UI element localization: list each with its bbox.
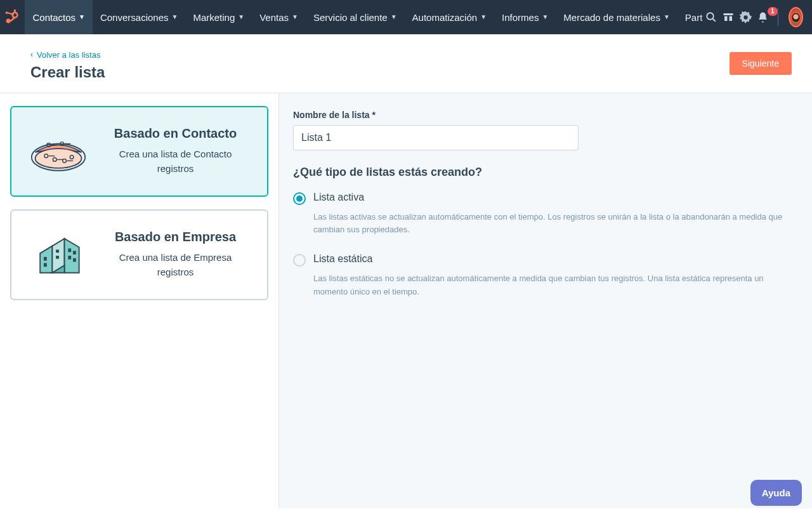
top-nav: Contactos▼ Conversaciones▼ Marketing▼ Ve… — [0, 0, 812, 34]
radio-desc: Las listas estáticas no se actualizan au… — [313, 272, 798, 299]
svg-rect-7 — [14, 10, 15, 13]
svg-point-17 — [36, 149, 82, 168]
nav-item-mercado[interactable]: Mercado de materiales▼ — [556, 0, 677, 34]
nav-label: Informes — [502, 12, 539, 23]
list-name-label: Nombre de la lista * — [293, 110, 798, 120]
svg-rect-3 — [10, 17, 15, 22]
help-button[interactable]: Ayuda — [750, 480, 802, 506]
gear-icon[interactable] — [737, 0, 754, 34]
svg-rect-31 — [56, 249, 59, 253]
nav-label: Part — [685, 12, 703, 23]
radio-option-estatica[interactable]: Lista estática Las listas estáticas no s… — [293, 253, 798, 299]
svg-rect-32 — [56, 256, 59, 259]
avatar[interactable] — [789, 7, 803, 27]
chevron-down-icon: ▼ — [292, 14, 298, 20]
nav-item-truncated[interactable]: Part — [678, 0, 703, 34]
chevron-down-icon: ▼ — [79, 14, 85, 20]
nav-item-servicio[interactable]: Servicio al cliente▼ — [306, 0, 405, 34]
chevron-down-icon: ▼ — [391, 14, 397, 20]
nav-item-conversaciones[interactable]: Conversaciones▼ — [93, 0, 185, 34]
chevron-down-icon: ▼ — [542, 14, 548, 20]
left-panel: Basado en Contacto Crea una lista de Con… — [0, 93, 278, 508]
svg-rect-35 — [68, 256, 71, 260]
svg-point-13 — [744, 16, 747, 19]
svg-rect-29 — [44, 257, 47, 261]
radio-title: Lista estática — [313, 253, 372, 265]
radio-desc: Las listas activas se actualizan automát… — [313, 211, 798, 237]
page-title: Crear lista — [30, 63, 105, 81]
chevron-down-icon: ▼ — [238, 14, 244, 20]
back-link-label: Volver a las listas — [37, 50, 100, 60]
hubspot-logo[interactable] — [0, 9, 25, 25]
nav-item-contactos[interactable]: Contactos▼ — [25, 0, 92, 34]
svg-line-9 — [712, 18, 716, 22]
svg-point-8 — [707, 13, 714, 20]
card-contacto[interactable]: Basado en Contacto Crea una lista de Con… — [10, 106, 268, 197]
list-type-question: ¿Qué tipo de listas estás creando? — [293, 166, 798, 179]
list-name-input[interactable] — [293, 125, 579, 150]
card-desc: Crea una lista de Empresa registros — [100, 251, 251, 279]
nav-label: Contactos — [32, 12, 75, 23]
nav-item-informes[interactable]: Informes▼ — [494, 0, 556, 34]
svg-point-15 — [793, 14, 798, 19]
nav-label: Automatización — [412, 12, 478, 23]
nav-item-automatizacion[interactable]: Automatización▼ — [405, 0, 494, 34]
svg-rect-33 — [68, 248, 71, 252]
svg-rect-36 — [73, 258, 76, 262]
svg-rect-12 — [730, 17, 733, 22]
nav-label: Conversaciones — [100, 12, 169, 23]
bell-icon[interactable]: 1 — [754, 0, 771, 34]
chevron-down-icon: ▼ — [480, 14, 487, 20]
chevron-left-icon: ‹ — [30, 50, 33, 59]
svg-point-0 — [6, 19, 10, 23]
svg-rect-34 — [73, 251, 76, 255]
svg-rect-11 — [724, 17, 728, 22]
radio-input[interactable] — [293, 192, 306, 205]
card-empresa[interactable]: Basado en Empresa Crea una lista de Empr… — [10, 209, 268, 300]
nav-item-marketing[interactable]: Marketing▼ — [185, 0, 252, 34]
next-button[interactable]: Siguiente — [730, 52, 792, 75]
chevron-down-icon: ▼ — [172, 14, 178, 20]
card-title: Basado en Empresa — [100, 230, 251, 244]
nav-label: Ventas — [259, 12, 289, 23]
company-card-icon — [28, 224, 89, 285]
page-header: ‹ Volver a las listas Crear lista Siguie… — [0, 34, 812, 93]
contact-card-icon — [28, 121, 89, 182]
radio-input[interactable] — [293, 254, 306, 267]
notification-badge: 1 — [767, 6, 778, 17]
right-panel: Nombre de la lista * ¿Qué tipo de listas… — [278, 93, 812, 508]
card-title: Basado en Contacto — [100, 126, 251, 141]
back-link[interactable]: ‹ Volver a las listas — [30, 50, 100, 60]
radio-title: Lista activa — [313, 192, 364, 203]
card-desc: Crea una lista de Contacto registros — [100, 147, 251, 176]
svg-rect-30 — [44, 263, 47, 267]
search-icon[interactable] — [702, 0, 719, 34]
marketplace-icon[interactable] — [720, 0, 737, 34]
radio-option-activa[interactable]: Lista activa Las listas activas se actua… — [293, 192, 798, 237]
nav-label: Servicio al cliente — [313, 12, 388, 23]
chevron-down-icon: ▼ — [664, 14, 670, 20]
svg-rect-10 — [724, 13, 733, 15]
nav-label: Marketing — [193, 12, 235, 23]
nav-label: Mercado de materiales — [563, 12, 660, 23]
nav-item-ventas[interactable]: Ventas▼ — [252, 0, 306, 34]
